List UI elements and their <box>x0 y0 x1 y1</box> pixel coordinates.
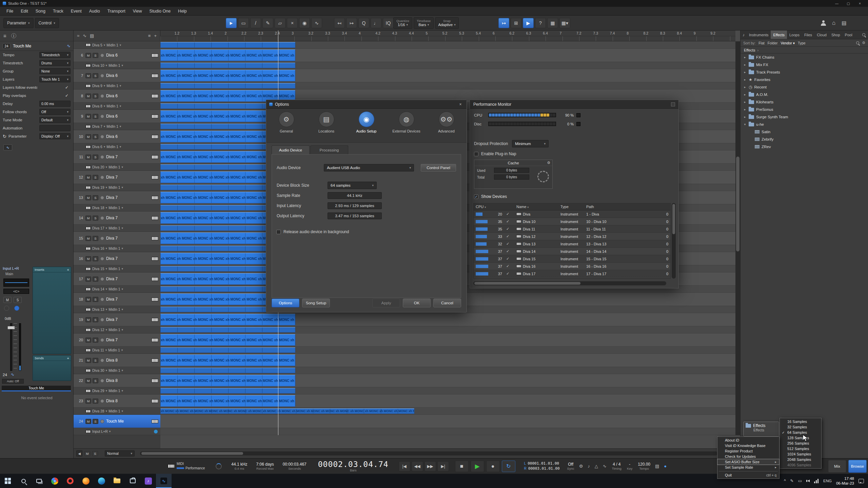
track-solo-button[interactable]: S <box>93 297 98 302</box>
tools-icon[interactable]: ⚙ <box>547 161 550 165</box>
browse-button[interactable]: Browse <box>848 460 867 473</box>
arrange-track-row[interactable]: xh MONC xh MONC xh MONC xh MONC xh MONC … <box>160 313 735 326</box>
menu-transport[interactable]: Transport <box>104 7 129 15</box>
automation-view-icon[interactable]: ≈ <box>77 33 79 38</box>
lane-input-name[interactable]: MidIn 1 <box>108 409 120 413</box>
instrument-editor-icon[interactable] <box>152 176 158 179</box>
loop-range-display[interactable]: L00001.01.01.00 R00003.01.01.00 <box>524 461 560 471</box>
lane-input-name[interactable]: MidIn 1 <box>108 185 120 189</box>
browser-item-track-presets[interactable]: ▸Track Presets <box>741 68 868 76</box>
layers-view-icon[interactable]: ▤ <box>90 33 94 38</box>
language-indicator[interactable]: ENG <box>823 479 832 483</box>
track-record-arm[interactable] <box>100 216 104 220</box>
track-header[interactable]: 15MSDiva 7 <box>74 232 160 245</box>
track-lane[interactable]: Diva 20▾MidIn 1▾ <box>74 164 160 171</box>
iq-chip-button[interactable]: IQ <box>383 18 394 28</box>
options-tab-locations[interactable]: ▤Locations <box>307 111 347 142</box>
midi-clip[interactable]: xh MONC xh MONC xh MONC xh MONC xh MONC … <box>160 354 295 366</box>
automation-mode[interactable]: Auto: Off <box>2 379 24 384</box>
device-enabled-check[interactable]: ✓ <box>504 271 514 276</box>
sort-option-folder[interactable]: Folder <box>768 41 778 45</box>
forward-button[interactable]: ▶▶ <box>425 461 436 471</box>
track-solo-button[interactable]: S <box>93 317 98 322</box>
instrument-editor-icon[interactable] <box>152 359 158 362</box>
lane-instrument-name[interactable]: Diva 19 <box>92 185 104 189</box>
instrument-editor-icon[interactable] <box>152 216 158 220</box>
instrument-editor-icon[interactable] <box>152 74 158 78</box>
instrument-editor-icon[interactable] <box>152 318 158 322</box>
midi-clip[interactable]: xh MONC xh MONC xh MONC xh MONC xh MONC … <box>160 334 295 346</box>
arrow-tool-button[interactable]: ► <box>226 18 237 28</box>
record-button[interactable]: ● <box>486 461 500 472</box>
menu-track[interactable]: Track <box>49 7 67 15</box>
track-mute-button[interactable]: M <box>85 53 91 58</box>
menu-icon[interactable]: ≡ <box>3 33 6 39</box>
checkmark-icon[interactable]: ✓ <box>39 93 71 98</box>
track-mute-button[interactable]: M <box>85 155 91 160</box>
checkmark-icon[interactable]: ✓ <box>39 85 71 90</box>
lane-instrument-name[interactable]: Diva 30 <box>92 368 104 372</box>
track-record-arm[interactable] <box>100 277 104 281</box>
browser-item-satin[interactable]: Satin <box>741 128 868 136</box>
track-lane[interactable]: Diva 13▾MidIn 1▾ <box>74 306 160 313</box>
grid-options-button[interactable]: ▦▾ <box>559 18 570 28</box>
menu-edit[interactable]: Edit <box>17 7 32 15</box>
lane-input-name[interactable]: MidIn 1 <box>108 226 120 230</box>
lane-input-name[interactable]: MidIn 1 <box>106 145 118 149</box>
arrange-track-row[interactable] <box>160 415 735 428</box>
track-layout-button[interactable]: ⊞ <box>511 18 521 28</box>
track-record-arm[interactable] <box>100 135 104 139</box>
taskbar-opera-icon[interactable] <box>62 474 78 488</box>
browser-item-fx-chains[interactable]: ▸FX Chains <box>741 54 868 61</box>
instrument-editor-icon[interactable] <box>152 277 158 281</box>
add-insert-icon[interactable]: + <box>67 268 69 272</box>
loop-button[interactable]: ↻ <box>502 461 515 472</box>
sort-option-flat[interactable]: Flat <box>758 41 765 45</box>
field-dropdown[interactable]: 64 samples▾ <box>328 182 377 189</box>
tray-expand-icon[interactable]: ^ <box>784 479 786 483</box>
lane-input-name[interactable]: MidIn 1 <box>108 368 120 372</box>
help-button[interactable]: ? <box>535 18 546 28</box>
track-lane[interactable]: Diva 19▾MidIn 1▾ <box>74 184 160 191</box>
range-tool-button[interactable]: ▭ <box>238 18 249 28</box>
track-record-arm[interactable] <box>100 115 104 118</box>
track-record-arm[interactable] <box>100 338 104 342</box>
pencil-tool-button[interactable]: ✎ <box>262 18 273 28</box>
track-header[interactable]: 22MSDiva 8 <box>74 374 160 387</box>
pen-tray-icon[interactable]: ✎ <box>790 479 794 483</box>
arrange-lane-row[interactable] <box>160 41 735 49</box>
activity-icon[interactable]: ▤ <box>842 20 846 26</box>
table-vertical-scrollbar[interactable] <box>672 203 676 279</box>
device-enabled-check[interactable]: ✓ <box>504 227 514 231</box>
master-solo-button[interactable]: S <box>92 451 98 456</box>
table-header-type[interactable]: Type <box>558 205 584 209</box>
track-solo-button[interactable]: S <box>93 216 98 221</box>
split-tool-button[interactable]: / <box>250 18 261 28</box>
lane-instrument-name[interactable]: Diva 12 <box>92 328 104 332</box>
lane-input-name[interactable]: MidIn 1 <box>108 389 120 393</box>
device-enabled-check[interactable]: ✓ <box>504 234 514 239</box>
pan-control[interactable]: <C> <box>3 289 29 294</box>
inspector-value[interactable] <box>39 125 71 131</box>
taskbar-studio-one-icon[interactable]: ∿ <box>156 474 172 488</box>
arrange-lane-row[interactable] <box>160 387 735 394</box>
browser-item-u-he[interactable]: ▾u-he <box>741 121 868 128</box>
sort-option-vendor[interactable]: Vendor ▾ <box>781 41 794 45</box>
lane-instrument-name[interactable]: Diva 11 <box>92 348 104 352</box>
arrange-lane-row[interactable] <box>160 367 735 374</box>
track-mute-button[interactable]: M <box>85 317 91 322</box>
id-menu-about-id[interactable]: About iD <box>717 438 779 443</box>
instrument-editor-icon[interactable] <box>152 54 158 57</box>
arrange-track-row[interactable]: xh MONC xh MONC xh MONC xh MONC xh MONC … <box>160 333 735 347</box>
track-solo-button[interactable]: S <box>93 358 98 363</box>
metronome-icon[interactable]: △ <box>595 464 598 469</box>
track-lane[interactable]: Diva 8▾MidIn 1▾ <box>74 103 160 110</box>
track-mute-button[interactable]: M <box>85 175 91 180</box>
automation-edit-icon[interactable]: ∿ <box>3 144 12 150</box>
midi-clip[interactable] <box>160 327 295 332</box>
taskbar-start-icon[interactable] <box>0 474 16 488</box>
track-header[interactable]: 21MSDiva 8 <box>74 354 160 367</box>
taskbar-clock[interactable]: 17:48 06-Mar-23 <box>836 476 854 486</box>
lane-input-name[interactable]: MidIn 1 <box>108 348 120 352</box>
instrument-editor-icon[interactable] <box>152 237 158 240</box>
